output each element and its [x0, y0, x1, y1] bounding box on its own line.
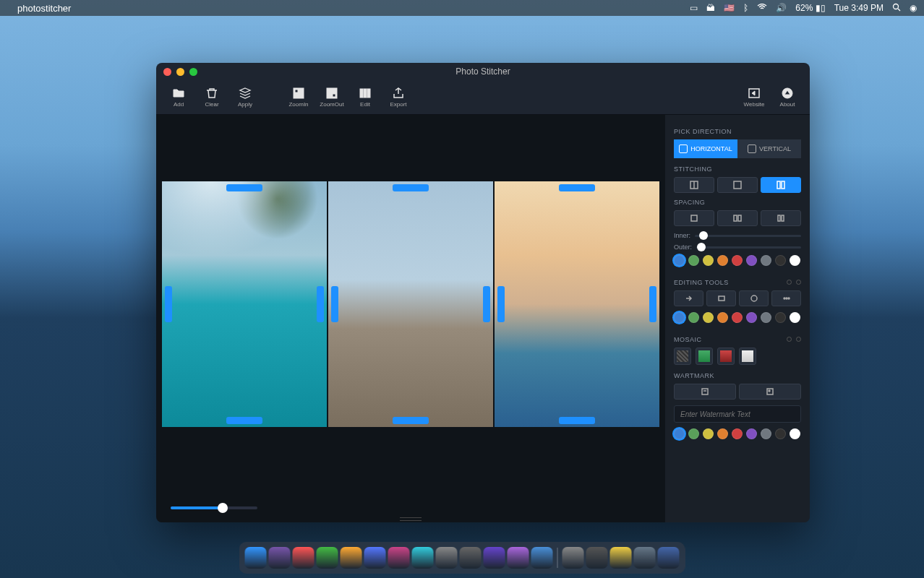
zoom-out-button[interactable]: ZoomOut	[317, 87, 347, 108]
color-swatch[interactable]	[732, 312, 743, 323]
redo-icon[interactable]	[796, 280, 801, 285]
crop-handle-top[interactable]	[393, 184, 429, 191]
app-name-menu[interactable]: photostitcher	[17, 3, 71, 14]
color-swatch[interactable]	[717, 255, 728, 266]
crop-handle-bottom[interactable]	[393, 417, 429, 424]
website-button[interactable]: Website	[739, 87, 769, 108]
crop-handle-bottom[interactable]	[559, 417, 595, 424]
zoom-in-button[interactable]: ZoomIn	[283, 87, 314, 108]
spacing-option-3[interactable]	[761, 210, 801, 226]
minimize-window-button[interactable]	[176, 68, 184, 76]
wifi-icon[interactable]	[757, 3, 767, 13]
control-center-icon[interactable]: ◉	[910, 3, 917, 13]
color-swatch[interactable]	[761, 428, 771, 439]
clear-button[interactable]: Clear	[197, 87, 227, 108]
flag-icon[interactable]: 🇺🇸	[724, 3, 735, 13]
color-swatch[interactable]	[790, 255, 800, 266]
crop-handle-right[interactable]	[649, 286, 656, 322]
spotlight-icon[interactable]	[892, 3, 901, 14]
undo-icon[interactable]	[787, 280, 792, 285]
slider-thumb[interactable]	[697, 243, 706, 251]
apply-button[interactable]: Apply	[230, 87, 260, 108]
canvas-viewport[interactable]	[156, 115, 665, 493]
photo-3[interactable]	[495, 181, 659, 427]
dock-app-15[interactable]	[586, 547, 608, 569]
zoom-slider-thumb[interactable]	[218, 503, 228, 513]
crop-handle-top[interactable]	[226, 184, 262, 191]
volume-icon[interactable]: 🔊	[776, 3, 787, 13]
panel-resize-grip[interactable]	[396, 517, 425, 521]
horizontal-tab[interactable]: HORIZONTAL	[674, 139, 737, 158]
color-swatch[interactable]	[775, 255, 786, 266]
vertical-tab[interactable]: VERTICAL	[737, 139, 801, 158]
zoom-window-button[interactable]	[189, 68, 197, 76]
dock-app-10[interactable]	[460, 547, 482, 569]
spacing-option-2[interactable]	[717, 210, 758, 226]
dock-app-6[interactable]	[364, 547, 386, 569]
mosaic-pattern-4[interactable]	[739, 348, 756, 365]
dock-app-16[interactable]	[610, 547, 632, 569]
color-swatch[interactable]	[790, 312, 800, 323]
crop-handle-right[interactable]	[317, 286, 324, 322]
mountains-icon[interactable]: 🏔	[706, 3, 715, 13]
outer-spacing-slider[interactable]	[696, 246, 801, 249]
color-swatch[interactable]	[746, 255, 757, 266]
color-swatch[interactable]	[703, 255, 714, 266]
color-swatch[interactable]	[775, 312, 786, 323]
bluetooth-icon[interactable]: ᛒ	[743, 3, 748, 13]
crop-handle-bottom[interactable]	[226, 417, 262, 424]
color-swatch[interactable]	[790, 428, 800, 439]
stitch-option-3[interactable]	[761, 177, 801, 193]
about-button[interactable]: About	[772, 87, 803, 108]
dock-app-5[interactable]	[341, 547, 362, 569]
stitch-option-1[interactable]	[674, 177, 714, 193]
dock-app-11[interactable]	[484, 547, 505, 569]
dock-app-18[interactable]	[658, 547, 680, 569]
dock-app-14[interactable]	[562, 547, 584, 569]
zoom-slider[interactable]	[171, 506, 257, 509]
color-swatch[interactable]	[746, 312, 757, 323]
photo-2[interactable]	[328, 181, 493, 427]
dock-app-1[interactable]	[245, 547, 267, 569]
color-swatch[interactable]	[775, 428, 786, 439]
slider-thumb[interactable]	[699, 231, 708, 240]
watermark-text-option[interactable]	[674, 384, 736, 400]
color-swatch[interactable]	[703, 428, 714, 439]
window-titlebar[interactable]: Photo Stitcher	[156, 63, 810, 80]
color-swatch[interactable]	[746, 428, 757, 439]
redo-icon[interactable]	[796, 337, 801, 342]
color-swatch[interactable]	[761, 312, 771, 323]
spacing-option-1[interactable]	[674, 210, 714, 226]
add-button[interactable]: Add	[163, 87, 194, 108]
crop-handle-left[interactable]	[165, 286, 172, 322]
color-swatch[interactable]	[732, 428, 743, 439]
export-button[interactable]: Export	[383, 87, 414, 108]
dock-app-7[interactable]	[388, 547, 410, 569]
color-swatch[interactable]	[688, 255, 699, 266]
tool-arrow[interactable]	[674, 290, 703, 306]
inner-spacing-slider[interactable]	[695, 235, 801, 237]
mosaic-pattern-1[interactable]	[674, 348, 691, 365]
crop-handle-left[interactable]	[331, 286, 338, 322]
clock[interactable]: Tue 3:49 PM	[834, 3, 884, 13]
crop-handle-right[interactable]	[483, 286, 490, 322]
color-swatch[interactable]	[674, 255, 685, 266]
display-icon[interactable]: ▭	[690, 3, 698, 13]
dock-app-3[interactable]	[293, 547, 315, 569]
dock-app-8[interactable]	[412, 547, 434, 569]
color-swatch[interactable]	[717, 312, 728, 323]
crop-handle-top[interactable]	[559, 184, 595, 191]
tool-rect[interactable]	[706, 290, 736, 306]
dock-app-2[interactable]	[269, 547, 291, 569]
dock-app-13[interactable]	[531, 547, 553, 569]
undo-icon[interactable]	[787, 337, 792, 342]
color-swatch[interactable]	[717, 428, 728, 439]
color-swatch[interactable]	[674, 312, 685, 323]
photo-1[interactable]	[162, 181, 327, 427]
stitch-option-2[interactable]	[717, 177, 758, 193]
mosaic-pattern-3[interactable]	[717, 348, 735, 365]
tool-more[interactable]	[771, 290, 801, 306]
dock-app-17[interactable]	[634, 547, 656, 569]
watermark-text-input[interactable]	[674, 405, 801, 423]
dock-app-9[interactable]	[436, 547, 458, 569]
